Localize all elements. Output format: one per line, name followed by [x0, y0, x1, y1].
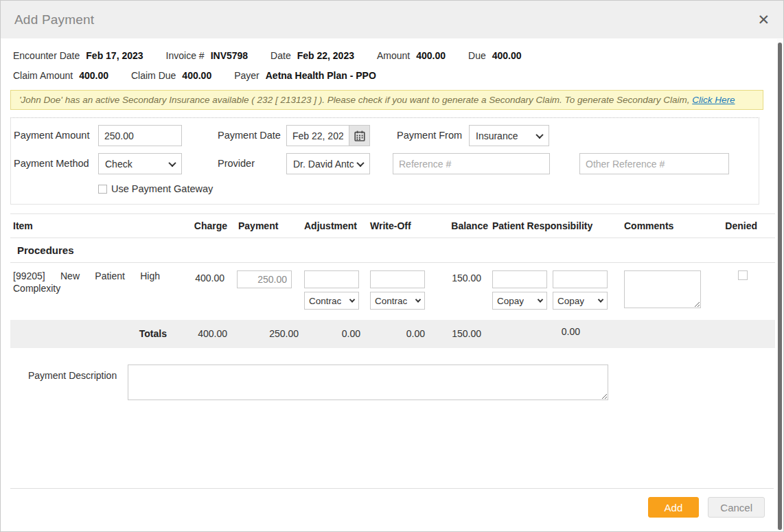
payment-input[interactable]	[237, 270, 292, 288]
charge-value: 400.00	[183, 270, 227, 284]
date-value: Feb 22, 2023	[297, 50, 354, 61]
amount-pair: Amount 400.00	[377, 50, 446, 61]
denied-checkbox[interactable]	[738, 270, 748, 280]
invoice-label: Invoice #	[166, 50, 205, 61]
col-adjustment: Adjustment	[304, 220, 370, 231]
totals-writeoff: 0.00	[370, 328, 439, 339]
vertical-scrollbar[interactable]	[777, 39, 783, 531]
patient-responsibility-type-select-2[interactable]: Copay	[553, 292, 608, 310]
amount-value: 400.00	[416, 50, 446, 61]
patient-responsibility-cell: Copay Copay	[488, 270, 616, 310]
payment-from-select[interactable]: Insurance	[469, 125, 549, 146]
scrollbar-thumb[interactable]	[778, 43, 782, 530]
writeoff-type-select[interactable]: Contrac	[370, 292, 425, 310]
totals-charge: 400.00	[183, 328, 227, 339]
chevron-down-icon	[349, 297, 355, 302]
group-header-procedures: Procedures	[10, 238, 775, 263]
add-payment-dialog: Add Payment ✕ Encounter Date Feb 17, 202…	[0, 0, 784, 532]
encounter-date-value: Feb 17, 2023	[86, 50, 143, 61]
date-label: Date	[270, 50, 291, 61]
due-pair: Due 400.00	[468, 50, 522, 61]
procedure-item-text: [99205] New Patient High Complexity	[10, 270, 160, 294]
adjustment-type-select[interactable]: Contrac	[304, 292, 359, 310]
col-balance: Balance	[439, 220, 488, 231]
click-here-link[interactable]: Click Here	[692, 95, 735, 105]
use-payment-gateway-checkbox[interactable]	[98, 185, 107, 194]
invoice-pair: Invoice # INV5798	[166, 50, 249, 61]
payer-pair: Payer Aetna Health Plan - PPO	[234, 70, 376, 81]
encounter-date-pair: Encounter Date Feb 17, 2023	[13, 50, 143, 61]
amount-label: Amount	[377, 50, 410, 61]
chevron-down-icon	[535, 130, 543, 138]
col-payment: Payment	[227, 220, 304, 231]
payment-description-section: Payment Description	[28, 365, 783, 400]
provider-label: Provider	[218, 158, 255, 169]
col-patient-responsibility: Patient Responsibility	[488, 220, 616, 231]
claim-amount-label: Claim Amount	[13, 70, 73, 81]
payer-label: Payer	[234, 70, 260, 81]
close-icon[interactable]: ✕	[757, 12, 770, 27]
col-item: Item	[10, 220, 183, 231]
payment-method-select[interactable]: Check	[98, 153, 182, 174]
cancel-button[interactable]: Cancel	[708, 497, 765, 518]
claim-amount-value: 400.00	[79, 70, 108, 81]
payment-date-group	[286, 125, 370, 146]
adjustment-cell: Contrac	[304, 270, 370, 310]
secondary-insurance-banner: 'John Doe' has an active Secondary Insur…	[10, 90, 763, 110]
col-charge: Charge	[183, 220, 227, 231]
dialog-footer: Add Cancel	[10, 488, 774, 531]
table-header-row: Item Charge Payment Adjustment Write-Off…	[10, 213, 775, 238]
due-label: Due	[468, 50, 486, 61]
payment-amount-input[interactable]	[98, 125, 182, 146]
reference-input[interactable]	[393, 153, 550, 174]
add-button[interactable]: Add	[648, 497, 700, 518]
chevron-down-icon	[356, 159, 364, 166]
due-value: 400.00	[492, 50, 522, 61]
payment-from-label: Payment From	[397, 130, 462, 141]
payment-description-label: Payment Description	[28, 365, 117, 400]
payment-gateway-row: Use Payment Gateway	[98, 183, 213, 194]
totals-payment: 250.00	[227, 328, 304, 339]
col-writeoff: Write-Off	[370, 220, 439, 231]
claim-due-value: 400.00	[182, 70, 211, 81]
payment-date-input[interactable]	[286, 125, 349, 146]
writeoff-input[interactable]	[370, 270, 425, 288]
payment-date-label: Payment Date	[218, 130, 281, 141]
use-payment-gateway-label: Use Payment Gateway	[111, 183, 213, 194]
other-reference-input[interactable]	[579, 153, 729, 174]
totals-row: Totals 400.00 250.00 0.00 0.00 150.00 0.…	[10, 320, 775, 348]
payment-description-textarea[interactable]	[128, 365, 608, 400]
dialog-header: Add Payment ✕	[1, 1, 783, 38]
table-row: [99205] New Patient High Complexity 400.…	[10, 263, 775, 317]
patient-responsibility-type-select-1[interactable]: Copay	[492, 292, 547, 310]
totals-patient-responsibility: 0.00	[488, 326, 616, 337]
totals-balance: 150.00	[439, 328, 488, 339]
chevron-down-icon	[168, 159, 176, 166]
payment-form: Payment Amount Payment Date Payment From…	[10, 117, 759, 205]
payment-amount-label: Payment Amount	[14, 130, 89, 141]
claim-amount-pair: Claim Amount 400.00	[13, 70, 108, 81]
summary-row-1: Encounter Date Feb 17, 2023 Invoice # IN…	[13, 50, 771, 61]
patient-responsibility-input-2[interactable]	[553, 270, 608, 288]
page-title: Add Payment	[14, 12, 94, 27]
totals-adjustment: 0.00	[304, 328, 370, 339]
comments-textarea[interactable]	[624, 270, 701, 308]
invoice-value: INV5798	[211, 50, 248, 61]
provider-select[interactable]: Dr. David Antc	[286, 153, 370, 174]
payer-value: Aetna Health Plan - PPO	[266, 70, 376, 81]
col-comments: Comments	[616, 220, 705, 231]
chevron-down-icon	[415, 297, 421, 302]
chevron-down-icon	[598, 297, 603, 302]
claim-due-pair: Claim Due 400.00	[131, 70, 211, 81]
payment-method-label: Payment Method	[14, 158, 89, 169]
calendar-icon[interactable]	[349, 125, 370, 146]
summary-row-2: Claim Amount 400.00 Claim Due 400.00 Pay…	[13, 70, 771, 81]
patient-responsibility-input-1[interactable]	[492, 270, 547, 288]
adjustment-input[interactable]	[304, 270, 359, 288]
items-table: Item Charge Payment Adjustment Write-Off…	[10, 213, 775, 348]
balance-value: 150.00	[439, 270, 488, 284]
banner-text: 'John Doe' has an active Secondary Insur…	[19, 95, 692, 105]
comments-cell	[616, 270, 705, 310]
claim-due-label: Claim Due	[131, 70, 176, 81]
denied-cell	[705, 270, 775, 282]
